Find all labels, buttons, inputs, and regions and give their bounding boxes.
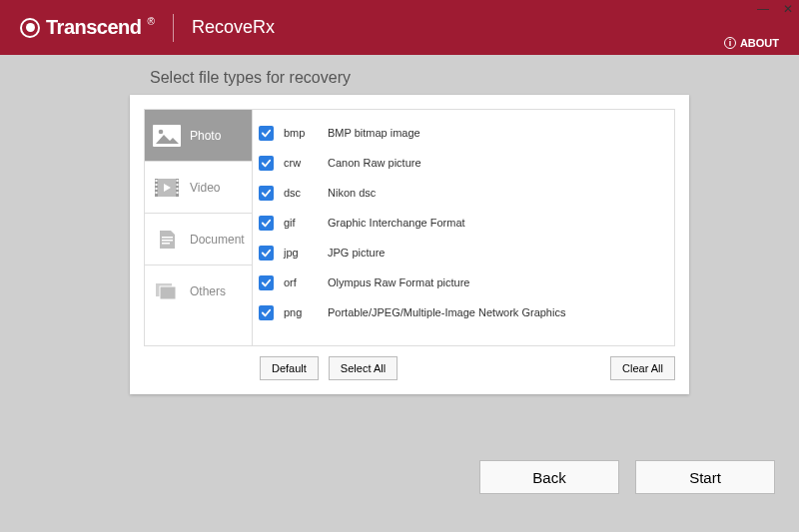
brand-name: Transcend bbox=[46, 16, 142, 39]
file-desc: BMP bitmap image bbox=[328, 127, 420, 139]
file-desc: Canon Raw picture bbox=[328, 157, 421, 169]
window-controls: — ✕ bbox=[757, 2, 793, 16]
app-name: RecoveRx bbox=[192, 17, 275, 38]
document-icon bbox=[153, 229, 181, 251]
check-icon bbox=[261, 248, 272, 259]
registered-mark: ® bbox=[148, 16, 155, 27]
page-title: Select file types for recovery bbox=[150, 69, 799, 87]
file-type-row: orfOlympus Raw Format picture bbox=[259, 267, 668, 297]
close-button[interactable]: ✕ bbox=[783, 2, 793, 16]
check-icon bbox=[261, 277, 272, 288]
about-button[interactable]: i ABOUT bbox=[724, 37, 779, 49]
checkbox[interactable] bbox=[259, 216, 274, 231]
category-label: Others bbox=[190, 284, 226, 298]
file-ext: dsc bbox=[284, 187, 318, 199]
category-label: Photo bbox=[190, 129, 221, 143]
list-buttons: Default Select All Clear All bbox=[144, 356, 675, 380]
checkbox[interactable] bbox=[259, 305, 274, 320]
category-list: Photo Video bbox=[144, 109, 252, 346]
svg-rect-14 bbox=[162, 240, 173, 242]
header-divider bbox=[173, 14, 174, 42]
file-type-row: crwCanon Raw picture bbox=[259, 148, 668, 178]
file-ext: orf bbox=[284, 276, 318, 288]
checkbox[interactable] bbox=[259, 156, 274, 171]
check-icon bbox=[261, 128, 272, 139]
select-all-button[interactable]: Select All bbox=[329, 356, 398, 380]
svg-rect-17 bbox=[160, 286, 176, 299]
svg-rect-11 bbox=[177, 188, 179, 190]
brand-logo-icon bbox=[20, 18, 40, 38]
file-desc: Graphic Interchange Format bbox=[328, 217, 465, 229]
app-header: Transcend ® RecoveRx i ABOUT bbox=[0, 0, 799, 55]
clear-all-button[interactable]: Clear All bbox=[610, 356, 675, 380]
file-ext: bmp bbox=[284, 127, 318, 139]
file-type-list[interactable]: bmpBMP bitmap imagecrwCanon Raw pictured… bbox=[252, 109, 675, 346]
category-label: Document bbox=[190, 233, 245, 247]
check-icon bbox=[261, 218, 272, 229]
file-desc: Portable/JPEG/Multiple-Image Network Gra… bbox=[328, 306, 565, 318]
checkbox[interactable] bbox=[259, 126, 274, 141]
file-ext: gif bbox=[284, 217, 318, 229]
svg-rect-8 bbox=[156, 192, 158, 194]
file-type-row: bmpBMP bitmap image bbox=[259, 118, 668, 148]
svg-point-1 bbox=[159, 129, 164, 134]
file-ext: png bbox=[284, 306, 318, 318]
file-type-row: dscNikon dsc bbox=[259, 178, 668, 208]
file-ext: jpg bbox=[284, 247, 318, 259]
svg-rect-12 bbox=[177, 192, 179, 194]
file-type-row: jpgJPG picture bbox=[259, 238, 668, 267]
default-button[interactable]: Default bbox=[260, 356, 319, 380]
svg-rect-9 bbox=[177, 180, 179, 182]
brand: Transcend ® bbox=[20, 16, 155, 39]
checkbox[interactable] bbox=[259, 246, 274, 261]
file-desc: JPG picture bbox=[328, 247, 385, 259]
about-label: ABOUT bbox=[740, 37, 779, 49]
check-icon bbox=[261, 307, 272, 318]
checkbox[interactable] bbox=[259, 275, 274, 290]
check-icon bbox=[261, 188, 272, 199]
video-icon bbox=[153, 177, 181, 199]
svg-rect-6 bbox=[156, 184, 158, 186]
file-ext: crw bbox=[284, 157, 318, 169]
footer-buttons: Back Start bbox=[479, 460, 775, 494]
file-desc: Nikon dsc bbox=[328, 187, 376, 199]
svg-rect-15 bbox=[162, 243, 170, 245]
checkbox[interactable] bbox=[259, 186, 274, 201]
category-video[interactable]: Video bbox=[145, 162, 252, 214]
info-icon: i bbox=[724, 37, 736, 49]
svg-rect-13 bbox=[162, 237, 173, 239]
file-desc: Olympus Raw Format picture bbox=[328, 276, 469, 288]
file-type-row: gifGraphic Interchange Format bbox=[259, 208, 668, 238]
category-document[interactable]: Document bbox=[145, 214, 252, 266]
category-others[interactable]: Others bbox=[145, 266, 252, 317]
file-type-row: pngPortable/JPEG/Multiple-Image Network … bbox=[259, 297, 668, 327]
svg-rect-10 bbox=[177, 184, 179, 186]
others-icon bbox=[153, 280, 181, 302]
photo-icon bbox=[153, 125, 181, 147]
check-icon bbox=[261, 158, 272, 169]
minimize-button[interactable]: — bbox=[757, 2, 769, 16]
svg-rect-7 bbox=[156, 188, 158, 190]
selection-panel: Photo Video bbox=[130, 95, 689, 394]
svg-rect-5 bbox=[156, 180, 158, 182]
start-button[interactable]: Start bbox=[635, 460, 775, 494]
back-button[interactable]: Back bbox=[479, 460, 619, 494]
category-photo[interactable]: Photo bbox=[145, 110, 252, 162]
category-label: Video bbox=[190, 181, 220, 195]
